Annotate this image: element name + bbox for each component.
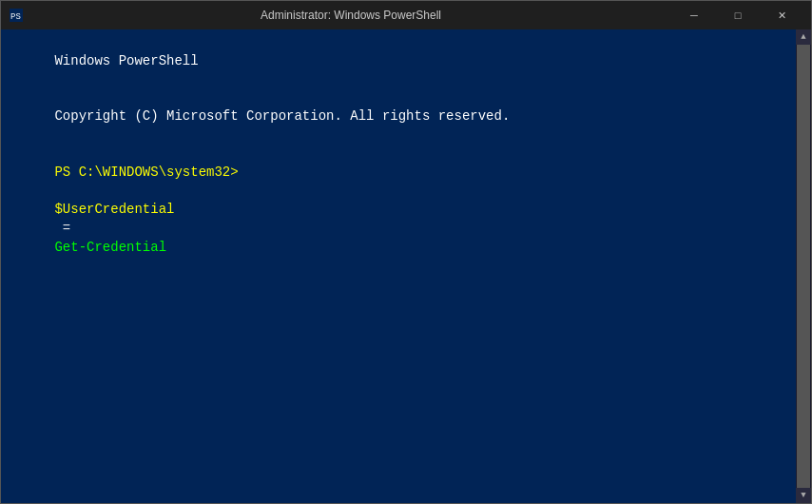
- variable-text: $UserCredential: [54, 202, 174, 217]
- terminal-line-2: Copyright (C) Microsoft Corporation. All…: [7, 89, 805, 145]
- scroll-up-arrow[interactable]: ▲: [796, 29, 811, 45]
- window-controls: ─ □ ✕: [672, 1, 803, 29]
- command-text: Get-Credential: [54, 240, 166, 255]
- scroll-thumb[interactable]: [797, 45, 810, 488]
- svg-text:PS: PS: [10, 12, 21, 22]
- scrollbar[interactable]: ▲ ▼: [796, 29, 811, 503]
- titlebar-title: Administrator: Windows PowerShell: [29, 9, 672, 22]
- close-button[interactable]: ✕: [760, 1, 803, 29]
- scroll-down-arrow[interactable]: ▼: [796, 488, 811, 503]
- operator-text: =: [54, 221, 78, 236]
- terminal-line-3: PS C:\WINDOWS\system32> $UserCredential …: [7, 145, 805, 276]
- minimize-button[interactable]: ─: [672, 1, 716, 29]
- terminal-body[interactable]: Windows PowerShell Copyright (C) Microso…: [1, 29, 811, 503]
- titlebar: PS Administrator: Windows PowerShell ─ □…: [1, 1, 811, 29]
- powershell-window: PS Administrator: Windows PowerShell ─ □…: [0, 0, 812, 504]
- app-icon: PS: [9, 8, 24, 23]
- maximize-button[interactable]: □: [716, 1, 760, 29]
- terminal-line-1: Windows PowerShell: [7, 33, 805, 89]
- prompt-text: PS C:\WINDOWS\system32>: [54, 165, 238, 180]
